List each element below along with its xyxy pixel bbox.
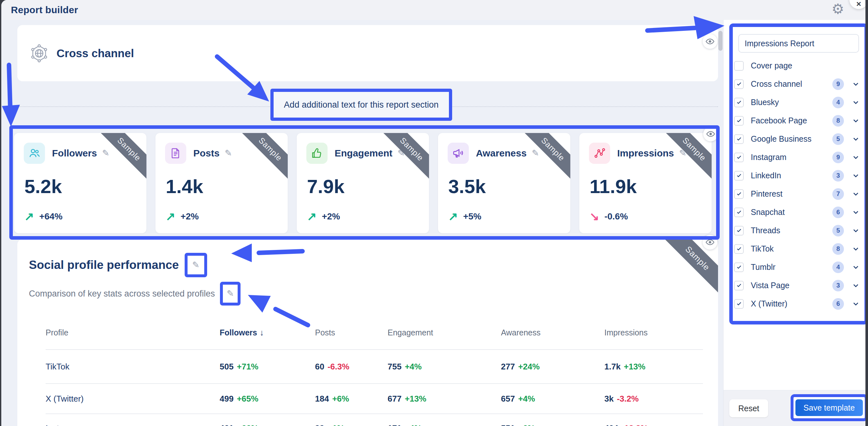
kpi-label: Awareness — [476, 148, 527, 159]
social-section-visibility-eye-icon[interactable] — [703, 235, 717, 250]
save-template-button[interactable]: Save template — [796, 399, 863, 416]
column-header-impressions[interactable]: Impressions — [604, 328, 703, 337]
chevron-down-icon[interactable] — [851, 98, 860, 106]
sidebar-item-tiktok[interactable]: TikTok 8 — [733, 240, 865, 258]
post-document-icon — [165, 143, 186, 164]
share-nodes-icon — [589, 143, 610, 164]
kpi-label: Posts — [193, 148, 220, 159]
section-count-badge: 4 — [832, 262, 844, 273]
sidebar-item-cross-channel[interactable]: Cross channel 9 — [733, 75, 865, 93]
sidebar-item-pinterest[interactable]: Pinterest 7 — [733, 185, 865, 203]
kpi-change: -0.6% — [604, 211, 628, 222]
sidebar-item-linkedin[interactable]: LinkedIn 3 — [733, 166, 865, 185]
kpi-change: +5% — [463, 211, 482, 222]
chevron-down-icon[interactable] — [851, 80, 860, 88]
chevron-down-icon[interactable] — [851, 245, 860, 253]
checkbox-checked[interactable] — [734, 244, 744, 254]
kpi-card-engagement: Sample Engagement ✎ 7.9k ↗ +2% — [297, 133, 429, 233]
edit-pencil-icon[interactable]: ✎ — [532, 148, 539, 158]
kpi-value: 11.9k — [590, 175, 712, 197]
section-subtitle: Comparison of key stats across selected … — [29, 289, 215, 299]
checkbox-checked[interactable] — [734, 208, 744, 217]
annotation-box-subtitle-pencil[interactable]: ✎ — [220, 282, 241, 306]
section-count-badge: 3 — [832, 280, 844, 292]
annotation-box-title-pencil[interactable]: ✎ — [185, 253, 207, 277]
edit-pencil-icon[interactable]: ✎ — [227, 288, 234, 299]
checkbox-checked[interactable] — [734, 299, 744, 309]
section-count-badge: 6 — [832, 298, 844, 310]
checkbox-checked[interactable] — [734, 281, 744, 291]
sidebar-item-vista-page[interactable]: Vista Page 3 — [733, 276, 865, 295]
sidebar-item-snapchat[interactable]: Snapchat 6 — [733, 203, 865, 221]
report-settings-sidebar: Cover page Cross channel 9 Bluesky 4 F — [723, 20, 865, 426]
chevron-down-icon[interactable] — [851, 172, 860, 180]
column-header-followers-sorted[interactable]: Followers↓ — [220, 328, 315, 338]
chevron-down-icon[interactable] — [851, 226, 860, 235]
sidebar-item-bluesky[interactable]: Bluesky 4 — [733, 93, 865, 112]
checkbox-checked[interactable] — [734, 116, 744, 126]
sidebar-item-tumblr[interactable]: Tumblr 4 — [733, 258, 865, 276]
checkbox-checked[interactable] — [734, 171, 744, 181]
section-count-badge: 8 — [832, 115, 844, 127]
table-row: TikTok 505+71% 60-6.3% 755+4% 277+24% 1.… — [45, 350, 703, 383]
kpi-trend: ↗ +64% — [24, 211, 63, 222]
chevron-down-icon[interactable] — [851, 263, 860, 271]
section-count-badge: 9 — [832, 152, 844, 163]
kpi-card-posts: Sample Posts ✎ 1.4k ↗ +2% — [155, 133, 288, 233]
checkbox-checked[interactable] — [734, 263, 744, 272]
chevron-down-icon[interactable] — [851, 300, 860, 308]
checkbox-checked[interactable] — [734, 79, 744, 89]
column-header-engagement[interactable]: Engagement — [388, 328, 501, 337]
kpi-label: Engagement — [335, 148, 393, 159]
column-header-profile[interactable]: Profile — [45, 328, 220, 337]
top-header: Report builder — [1, 0, 865, 20]
checkbox-checked[interactable] — [734, 226, 744, 236]
kpi-label: Impressions — [617, 148, 674, 159]
checkbox-checked[interactable] — [734, 134, 744, 144]
cross-channel-visibility-eye-icon[interactable] — [703, 34, 717, 49]
performance-table: Profile Followers↓ Posts Engagement Awar… — [45, 323, 703, 426]
sidebar-item-instagram[interactable]: Instagram 9 — [733, 148, 865, 166]
checkbox-checked[interactable] — [734, 189, 744, 199]
content-scrollbar-thumb[interactable] — [718, 31, 722, 51]
edit-pencil-icon[interactable]: ✎ — [225, 148, 232, 158]
edit-pencil-icon[interactable]: ✎ — [192, 260, 199, 270]
sidebar-item-threads[interactable]: Threads 5 — [733, 221, 865, 240]
chevron-down-icon[interactable] — [851, 208, 860, 216]
checkbox-unchecked[interactable] — [734, 61, 744, 71]
report-sections-list: Cover page Cross channel 9 Bluesky 4 F — [733, 57, 865, 313]
chevron-down-icon[interactable] — [851, 117, 860, 125]
annotation-rect-save-template: Save template — [790, 394, 865, 421]
column-header-awareness[interactable]: Awareness — [501, 328, 604, 337]
column-header-posts[interactable]: Posts — [315, 328, 388, 337]
annotation-arrow-to-kpi-section — [9, 65, 10, 109]
page-title: Report builder — [11, 4, 78, 16]
sidebar-item-facebook-page[interactable]: Facebook Page 8 — [733, 112, 865, 130]
kpi-label: Followers — [52, 148, 97, 159]
report-name-input[interactable] — [738, 34, 859, 53]
checkbox-checked[interactable] — [734, 153, 744, 162]
cross-channel-title: Cross channel — [57, 47, 134, 60]
kpi-trend: ↗ +2% — [166, 211, 199, 222]
sidebar-item-cover-page[interactable]: Cover page — [733, 57, 865, 75]
add-section-text-button[interactable]: Add additional text for this report sect… — [270, 89, 452, 121]
kpi-section-visibility-eye-icon[interactable] — [703, 127, 718, 141]
kpi-value: 7.9k — [307, 175, 429, 197]
sidebar-item-x-twitter[interactable]: X (Twitter) 6 — [733, 295, 865, 313]
checkbox-checked[interactable] — [734, 98, 744, 107]
chevron-down-icon[interactable] — [851, 135, 860, 143]
sidebar-item-google-business[interactable]: Google Business 5 — [733, 130, 865, 148]
trend-up-arrow-icon: ↗ — [448, 211, 458, 222]
kpi-trend: ↗ +2% — [307, 211, 340, 222]
kpi-trend: ↘ -0.6% — [590, 211, 628, 222]
chevron-down-icon[interactable] — [851, 190, 860, 198]
chevron-down-icon[interactable] — [851, 281, 860, 290]
profile-name: TikTok — [45, 362, 220, 372]
reset-button[interactable]: Reset — [729, 399, 768, 417]
profile-name: X (Twitter) — [45, 394, 220, 404]
kpi-card-followers: Sample Followers ✎ 5.2k ↗ +64% — [14, 133, 147, 233]
chevron-down-icon[interactable] — [851, 153, 860, 161]
kpi-change: +64% — [39, 211, 62, 222]
edit-pencil-icon[interactable]: ✎ — [102, 148, 110, 158]
settings-gear-icon[interactable]: ⚙ — [832, 2, 844, 16]
